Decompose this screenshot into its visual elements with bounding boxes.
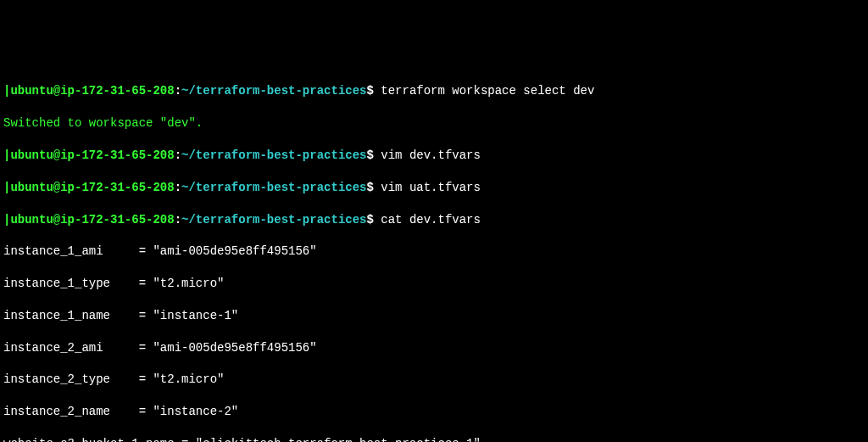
tfvars-line: website_s3_bucket_1_name = "clickittech-… [3, 436, 865, 442]
cwd: ~/terraform-best-practices [181, 213, 366, 227]
tfvars-line: instance_2_type = "t2.micro" [3, 372, 865, 388]
tfvars-line: instance_1_ami = "ami-005de95e8ff495156" [3, 243, 865, 260]
tfvars-line: instance_2_name = "instance-2" [3, 404, 865, 420]
user-host: ubuntu@ip-172-31-65-208 [10, 148, 174, 162]
tfvars-line: instance_1_name = "instance-1" [3, 308, 865, 324]
user-host: ubuntu@ip-172-31-65-208 [10, 84, 174, 98]
output-switched: Switched to workspace "dev". [3, 115, 865, 131]
dollar: $ [366, 148, 373, 162]
command-text: vim uat.tfvars [381, 181, 481, 194]
prompt-line: |ubuntu@ip-172-31-65-208:~/terraform-bes… [3, 148, 865, 164]
tfvars-line: instance_2_ami = "ami-005de95e8ff495156" [3, 340, 865, 356]
colon: : [175, 181, 181, 194]
dollar: $ [366, 213, 373, 227]
user-host: ubuntu@ip-172-31-65-208 [10, 181, 174, 194]
dollar: $ [366, 181, 373, 194]
cwd: ~/terraform-best-practices [181, 181, 366, 194]
terminal[interactable]: |ubuntu@ip-172-31-65-208:~/terraform-bes… [3, 68, 865, 442]
prompt-line: |ubuntu@ip-172-31-65-208:~/terraform-bes… [3, 212, 865, 228]
user-host: ubuntu@ip-172-31-65-208 [10, 213, 174, 227]
dollar: $ [366, 84, 373, 98]
prompt-line: |ubuntu@ip-172-31-65-208:~/terraform-bes… [3, 83, 865, 99]
command-text: cat dev.tfvars [381, 213, 481, 227]
command-text: terraform workspace select dev [381, 84, 594, 98]
cwd: ~/terraform-best-practices [181, 148, 366, 162]
colon: : [175, 84, 181, 98]
cwd: ~/terraform-best-practices [181, 84, 366, 98]
command-text: vim dev.tfvars [381, 148, 481, 162]
tfvars-line: instance_1_type = "t2.micro" [3, 276, 865, 292]
colon: : [175, 213, 181, 227]
prompt-line: |ubuntu@ip-172-31-65-208:~/terraform-bes… [3, 180, 865, 196]
colon: : [175, 148, 181, 162]
